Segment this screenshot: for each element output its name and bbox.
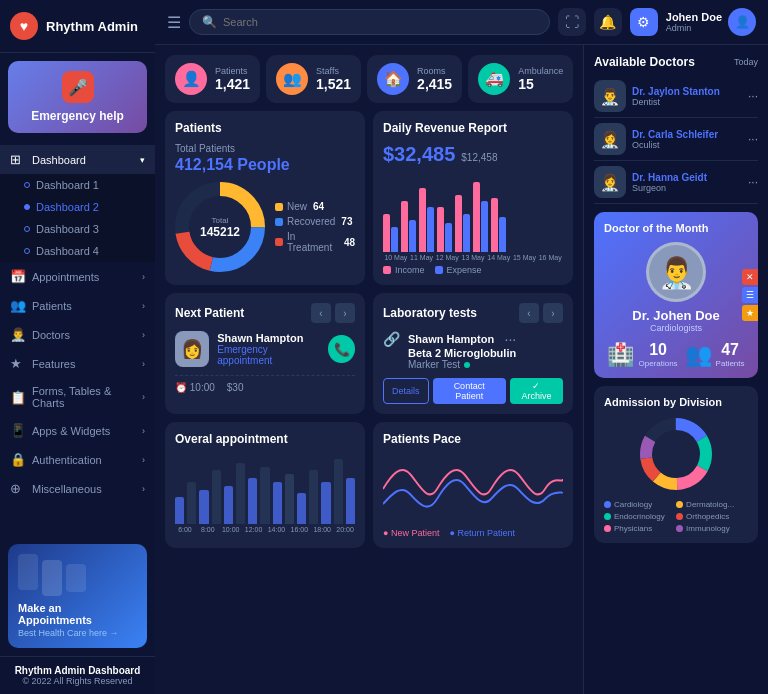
- legend-dermatology: Dermatolog...: [676, 500, 745, 509]
- next-lab-button[interactable]: ›: [543, 303, 563, 323]
- sidebar-item-dashboard4[interactable]: Dashboard 4: [0, 240, 155, 262]
- doctors-icon: 👨‍⚕️: [10, 327, 26, 342]
- legend-orthopedics: Orthopedics: [676, 512, 745, 521]
- ambulance-label: Ambulance: [518, 66, 563, 76]
- admission-title: Admission by Division: [604, 396, 748, 408]
- recovered-value: 73: [341, 216, 352, 227]
- menu-icon[interactable]: ☰: [167, 13, 181, 32]
- treatment-value: 48: [344, 237, 355, 248]
- ambulance-value: 15: [518, 76, 563, 92]
- sidebar-item-dashboard2[interactable]: Dashboard 2: [0, 196, 155, 218]
- doctor-avatar: 👩‍⚕️: [594, 123, 626, 155]
- recovered-dot: [275, 218, 283, 226]
- doctor-spec: Dentist: [632, 97, 720, 107]
- sidebar-item-dashboard3[interactable]: Dashboard 3: [0, 218, 155, 240]
- revenue-sub: $12,458: [461, 152, 497, 163]
- patients-info: 47 Patients: [716, 341, 745, 368]
- dermatology-label: Dermatolog...: [686, 500, 734, 509]
- new-label: New: [287, 201, 307, 212]
- list-item: 👩‍⚕️ Dr. Hanna Geidt Surgeon ···: [594, 161, 758, 204]
- doctor-more-button[interactable]: ···: [748, 132, 758, 146]
- overall-card: Overal appointment 6:008:0010:0012:0014:…: [165, 422, 365, 548]
- next-patient-card: Next Patient ‹ › 👩 Shawn Hampton Emergen…: [165, 293, 365, 414]
- doctor-more-button[interactable]: ···: [748, 89, 758, 103]
- sidebar-item-auth[interactable]: 🔒 Authentication ›: [0, 445, 155, 474]
- settings-button[interactable]: ⚙: [630, 8, 658, 36]
- revenue-card-title: Daily Revenue Report: [383, 121, 563, 135]
- chevron-right-icon: ›: [142, 426, 145, 436]
- chevron-right-icon: ›: [142, 484, 145, 494]
- doctor-more-button[interactable]: ···: [748, 175, 758, 189]
- float-red-button[interactable]: ✕: [742, 269, 758, 285]
- pstat-recovered: Recovered 73: [275, 216, 355, 227]
- float-blue-button[interactable]: ☰: [742, 287, 758, 303]
- spark-bar: [285, 474, 294, 524]
- lab-test-name: Beta 2 Microglobulin: [408, 347, 516, 359]
- sidebar-item-apps[interactable]: 📱 Apps & Widgets ›: [0, 416, 155, 445]
- x-label: 18:00: [312, 526, 332, 533]
- x-label: 15 May: [512, 254, 538, 261]
- dom-patients: 👥 47 Patients: [685, 341, 745, 368]
- income-bar: [383, 214, 390, 252]
- emergency-title: Emergency help: [18, 109, 137, 123]
- sidebar-item-forms[interactable]: 📋 Forms, Tables & Charts ›: [0, 378, 155, 416]
- sidebar: ♥ Rhythm Admin 🎤 Emergency help ⊞ Dashbo…: [0, 0, 155, 694]
- emergency-card[interactable]: 🎤 Emergency help: [8, 61, 147, 133]
- dermatology-dot: [676, 501, 683, 508]
- call-button[interactable]: 📞: [328, 335, 355, 363]
- patients-card: Patients Total Patients 412,154 People: [165, 111, 365, 285]
- patient-stats: New 64 Recovered 73 In: [275, 201, 355, 253]
- stat-card-staffs: 👥 Staffs 1,521: [266, 55, 361, 103]
- sidebar-item-dashboard[interactable]: ⊞ Dashboard ▾: [0, 145, 155, 174]
- prev-lab-button[interactable]: ‹: [519, 303, 539, 323]
- dot-icon: [24, 182, 30, 188]
- expense-bar: [463, 214, 470, 252]
- contact-patient-button[interactable]: Contact Patient: [433, 378, 506, 404]
- patients-revenue-row: Patients Total Patients 412,154 People: [165, 111, 573, 285]
- lab-test-type: Marker Test: [408, 359, 516, 370]
- right-panel: Available Doctors Today 👨‍⚕️ Dr. Jaylon …: [583, 45, 768, 694]
- lab-actions: Details Contact Patient ✓ Archive: [383, 378, 563, 404]
- emergency-icon: 🎤: [62, 71, 94, 103]
- cardiology-label: Cardiology: [614, 500, 652, 509]
- patients-icon: 👥: [685, 342, 712, 368]
- next-lab-row: Next Patient ‹ › 👩 Shawn Hampton Emergen…: [165, 293, 573, 414]
- sidebar-item-patients[interactable]: 👥 Patients ›: [0, 291, 155, 320]
- avail-date: Today: [734, 57, 758, 67]
- bar-group: [383, 214, 398, 252]
- patients-card-title: Patients: [175, 121, 355, 135]
- sidebar-item-misc[interactable]: ⊕ Miscellaneous ›: [0, 474, 155, 503]
- lab-more-button[interactable]: ···: [505, 331, 517, 347]
- next-patient-button[interactable]: ›: [335, 303, 355, 323]
- sidebar-item-features[interactable]: ★ Features ›: [0, 349, 155, 378]
- sidebar-item-appointments[interactable]: 📅 Appointments ›: [0, 262, 155, 291]
- lab-info: Shawn Hampton ··· Beta 2 Microglobulin M…: [408, 331, 516, 370]
- archive-button[interactable]: ✓ Archive: [510, 378, 563, 404]
- income-bar: [473, 182, 480, 252]
- fullscreen-button[interactable]: ⛶: [558, 8, 586, 36]
- float-yellow-button[interactable]: ★: [742, 305, 758, 321]
- patient-row: 👩 Shawn Hampton Emergency appointment 📞: [175, 331, 355, 367]
- lab-details-button[interactable]: Details: [383, 378, 429, 404]
- prev-patient-button[interactable]: ‹: [311, 303, 331, 323]
- sidebar-item-dashboard1[interactable]: Dashboard 1: [0, 174, 155, 196]
- sub-label: Dashboard 3: [36, 223, 99, 235]
- avail-title: Available Doctors: [594, 55, 695, 69]
- sidebar-item-doctors[interactable]: 👨‍⚕️ Doctors ›: [0, 320, 155, 349]
- ambulance-stat-icon: 🚑: [478, 63, 510, 95]
- revenue-card: Daily Revenue Report $32,485 $12,458 10 …: [373, 111, 573, 285]
- spark-bar: [260, 467, 269, 524]
- spark-bar: [224, 486, 233, 524]
- spark-bar: [346, 478, 355, 524]
- income-bar: [455, 195, 462, 252]
- search-input[interactable]: [223, 16, 537, 28]
- immunology-dot: [676, 525, 683, 532]
- spark-bar: [309, 470, 318, 524]
- card-nav: ‹ ›: [311, 303, 355, 323]
- notification-button[interactable]: 🔔: [594, 8, 622, 36]
- sidebar-promo[interactable]: Make an Appointments Best Health Care he…: [8, 544, 147, 648]
- chart-legend: Income Expense: [383, 265, 563, 275]
- stat-card-rooms: 🏠 Rooms 2,415: [367, 55, 462, 103]
- nav-section: ⊞ Dashboard ▾ Dashboard 1 Dashboard 2 Da…: [0, 141, 155, 507]
- x-label: 16 May: [537, 254, 563, 261]
